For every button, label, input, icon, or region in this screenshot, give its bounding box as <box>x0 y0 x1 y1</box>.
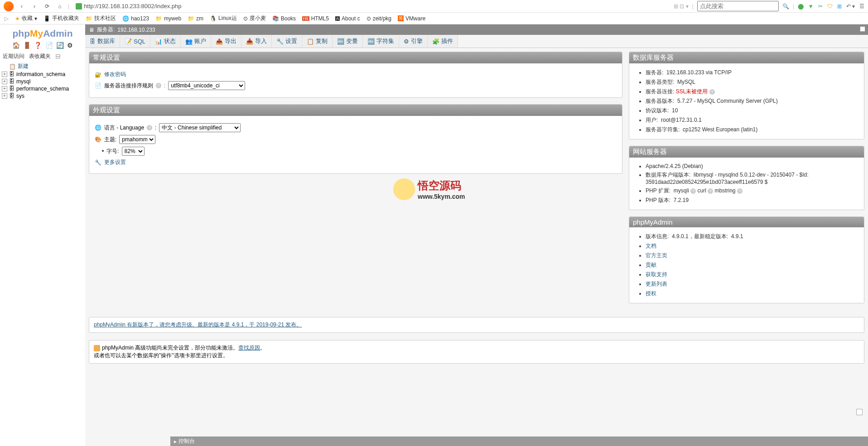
db-server-panel: 数据库服务器 服务器: 192.168.10.233 via TCP/IP 服务… <box>629 52 864 139</box>
reload-button[interactable]: ⟳ <box>43 2 52 11</box>
extension-icon[interactable]: ⬤ <box>798 3 804 10</box>
back-button[interactable]: ‹ <box>17 2 26 11</box>
theme-select[interactable]: pmahomme <box>119 135 155 144</box>
home-button[interactable]: ⌂ <box>55 2 64 11</box>
database-item[interactable]: +🗄information_schema <box>2 71 83 78</box>
fontsize-select[interactable]: 82% <box>122 147 145 156</box>
new-database-link[interactable]: 📋新建 <box>2 62 83 71</box>
more-icon: 🔧 <box>95 159 101 166</box>
console-toggle-icon[interactable]: ▸ <box>174 438 177 445</box>
upgrade-link[interactable]: phpMyAdmin 有新版本了，请您考虑升级。最新的版本是 4.9.1，于 2… <box>94 321 302 328</box>
bookmarks-bar: ▷ ★收藏 ▾ 📱手机收藏夹 📁技术社区 🌐hao123 📁myweb 📁zm … <box>0 13 868 24</box>
search-input[interactable] <box>697 1 779 11</box>
collapse-button[interactable] <box>860 26 865 32</box>
bookmark-item[interactable]: ⊙zeit/pkg <box>366 15 391 22</box>
undo-icon[interactable]: ↶ ▾ <box>846 3 855 10</box>
bookmark-item[interactable]: 📚Books <box>272 15 296 22</box>
homepage-link[interactable]: 官方主页 <box>646 252 667 259</box>
charset-icon: 🔤 <box>367 38 375 45</box>
more-settings-link[interactable]: 更多设置 <box>104 158 126 166</box>
tab-engines[interactable]: ⚙引擎 <box>399 35 428 48</box>
tab-settings[interactable]: 🔧设置 <box>272 35 302 48</box>
bookmark-chevron-icon[interactable]: ▷ <box>5 15 9 22</box>
logout-icon[interactable]: 🚪 <box>23 42 31 49</box>
database-item[interactable]: +🗄mysql <box>2 78 83 85</box>
collation-label: 服务器连接排序规则 <box>104 82 153 90</box>
menu-icon[interactable]: ☰ <box>859 3 864 10</box>
shield-icon <box>76 3 82 10</box>
database-item[interactable]: +🗄sys <box>2 92 83 100</box>
bookmark-item[interactable]: 🌐hao123 <box>122 15 149 22</box>
bookmark-item[interactable]: ★收藏 ▾ <box>15 14 37 22</box>
language-select[interactable]: 中文 - Chinese simplified <box>159 123 241 132</box>
bookmark-item[interactable]: H5HTML5 <box>302 15 329 22</box>
forward-button[interactable]: › <box>30 2 39 11</box>
tab-plugins[interactable]: 🧩插件 <box>428 35 458 48</box>
bookmark-item[interactable]: AAbout c <box>335 15 360 22</box>
bookmark-item[interactable]: 📱手机收藏夹 <box>43 14 79 22</box>
tab-export[interactable]: 📤导出 <box>211 35 241 48</box>
replication-icon: 📋 <box>307 38 314 45</box>
expand-icon[interactable]: + <box>2 93 7 99</box>
bookmark-item[interactable]: 📁zm <box>188 15 203 22</box>
content-area: 🖥 服务器: 192.168.10.233 🗄数据库 📝SQL 📊状态 👥账户 … <box>85 24 868 446</box>
docs-icon[interactable]: ❓ <box>34 42 42 49</box>
reader-icon[interactable]: ⊞ ⊡ ▾ <box>674 3 689 10</box>
tab-sql[interactable]: 📝SQL <box>120 35 150 48</box>
contribute-link[interactable]: 贡献 <box>646 262 656 268</box>
support-link[interactable]: 获取支持 <box>646 271 667 278</box>
tab-import[interactable]: 📥导入 <box>241 35 272 48</box>
help-icon[interactable]: ? <box>156 83 161 88</box>
snip-icon[interactable]: ✂ <box>818 3 823 10</box>
tab-variables[interactable]: 🔤变量 <box>333 35 363 48</box>
recent-tab[interactable]: 近期访问 <box>3 53 24 60</box>
theme-icon: 🎨 <box>95 136 101 143</box>
tab-users[interactable]: 👥账户 <box>181 35 211 48</box>
help-icon[interactable]: ? <box>690 188 696 194</box>
search-icon[interactable]: 🔍 <box>782 3 789 10</box>
license-link[interactable]: 授权 <box>646 290 656 297</box>
help-icon[interactable]: ? <box>147 125 152 130</box>
database-tree: 📋新建 +🗄information_schema +🗄mysql +🗄perfo… <box>2 62 83 100</box>
find-reason-link[interactable]: 查找原因 <box>238 345 260 351</box>
bookmark-item[interactable]: 📁myweb <box>155 15 181 22</box>
docs-link[interactable]: 文档 <box>646 243 656 249</box>
help-icon[interactable]: ? <box>709 89 715 95</box>
tab-databases[interactable]: 🗄数据库 <box>85 35 120 48</box>
bookmark-item[interactable]: 简VMware <box>398 15 425 22</box>
change-password-link[interactable]: 修改密码 <box>104 71 126 78</box>
panel-header: phpMyAdmin <box>629 217 864 227</box>
database-item[interactable]: +🗄performance_schema <box>2 85 83 92</box>
expand-icon[interactable]: + <box>2 72 7 77</box>
expand-icon[interactable]: + <box>2 86 7 91</box>
changelog-link[interactable]: 更新列表 <box>646 281 667 287</box>
shield2-icon[interactable]: 🛡 <box>827 3 833 10</box>
reload-nav-icon[interactable]: 🔄 <box>56 42 64 49</box>
bookmark-item[interactable]: 🐧Linux运 <box>210 14 237 22</box>
new-db-icon: 📋 <box>9 63 16 70</box>
tab-status[interactable]: 📊状态 <box>150 35 181 48</box>
help-icon[interactable]: ? <box>737 188 743 194</box>
sidebar: phpMyAdmin 🏠 🚪 ❓ 📄 🔄 ⚙ 近期访问 表收藏夹 ⊟ 📋新建 +… <box>0 24 85 446</box>
gear-icon[interactable]: ⚙ <box>67 42 73 49</box>
bookmark-item[interactable]: ⊙度小麦 <box>243 14 266 22</box>
toolbar-icons: ⬤ ▼ ✂ 🛡 ⊞ ↶ ▾ ☰ <box>798 3 864 10</box>
console-bar[interactable]: ▸ 控制台 <box>170 436 868 446</box>
tab-charsets[interactable]: 🔤字符集 <box>363 35 399 48</box>
server-breadcrumb: 🖥 服务器: 192.168.10.233 <box>85 24 868 35</box>
collapse-icon[interactable]: ⊟ <box>55 53 61 60</box>
url-bar[interactable]: http://192.168.10.233:8002/index.php <box>73 1 670 11</box>
grid-icon[interactable]: ⊞ <box>837 3 842 10</box>
collation-select[interactable]: utf8mb4_unicode_ci <box>168 81 245 90</box>
vue-icon[interactable]: ▼ <box>808 3 814 10</box>
minimize-button[interactable] <box>856 409 863 415</box>
home-icon[interactable]: 🏠 <box>12 42 20 49</box>
favorites-tab[interactable]: 表收藏夹 <box>29 53 51 60</box>
bookmark-item[interactable]: 📁技术社区 <box>86 14 116 22</box>
tab-replication[interactable]: 📋复制 <box>302 35 333 48</box>
sql-icon[interactable]: 📄 <box>45 42 53 49</box>
sidebar-shortcut-icons: 🏠 🚪 ❓ 📄 🔄 ⚙ <box>2 41 83 52</box>
help-icon[interactable]: ? <box>708 188 713 194</box>
firefox-logo-icon <box>4 1 14 11</box>
expand-icon[interactable]: + <box>2 79 7 84</box>
